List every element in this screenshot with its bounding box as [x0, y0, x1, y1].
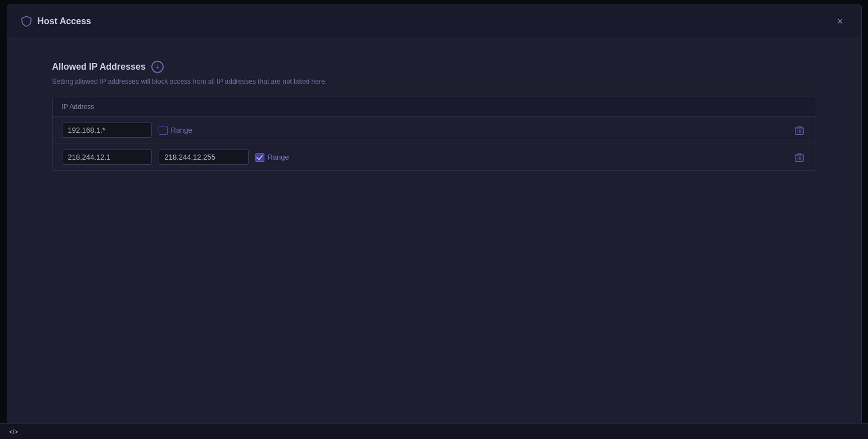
range-checkbox[interactable]	[255, 153, 264, 162]
range-checkbox[interactable]	[159, 126, 168, 135]
modal-title: Host Access	[38, 16, 91, 26]
section-header: Allowed IP Addresses +	[52, 61, 816, 73]
ip-address-input[interactable]	[62, 150, 152, 165]
add-ip-button[interactable]: +	[151, 61, 164, 73]
modal-body: Allowed IP Addresses + Setting allowed I…	[7, 38, 861, 431]
ip-address-input[interactable]	[62, 123, 152, 138]
host-access-modal: Host Access × Allowed IP Addresses + Set…	[7, 4, 862, 432]
section-description: Setting allowed IP addresses will block …	[52, 78, 816, 85]
range-checkbox-wrapper: Range	[159, 126, 192, 135]
range-label: Range	[268, 153, 289, 161]
ip-address-table: IP Address Range	[52, 97, 816, 171]
ip-column-label: IP Address	[62, 103, 95, 111]
delete-row-button[interactable]	[792, 150, 807, 165]
table-row: Range	[53, 117, 816, 144]
ip-table-header: IP Address	[53, 97, 816, 117]
trash-icon	[794, 125, 804, 135]
bottom-bar-code-icon: </>	[9, 428, 18, 435]
table-row: Range	[53, 144, 816, 170]
modal-overlay: Host Access × Allowed IP Addresses + Set…	[0, 0, 868, 439]
section-title: Allowed IP Addresses	[52, 62, 146, 72]
bottom-bar: </>	[0, 423, 868, 439]
add-icon: +	[155, 63, 160, 71]
shield-icon	[21, 16, 32, 27]
delete-row-button[interactable]	[792, 123, 807, 138]
ip-range-end-input[interactable]	[159, 150, 249, 165]
range-checkbox-wrapper: Range	[255, 153, 289, 162]
modal-close-button[interactable]: ×	[833, 14, 848, 29]
range-label: Range	[171, 126, 192, 134]
modal-title-row: Host Access	[21, 16, 91, 27]
trash-icon	[794, 152, 804, 162]
modal-header: Host Access ×	[7, 5, 861, 38]
